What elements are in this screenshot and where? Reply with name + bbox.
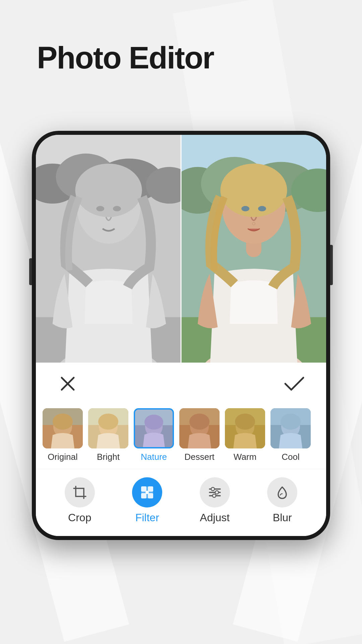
svg-point-50	[235, 414, 255, 430]
svg-point-65	[213, 494, 216, 497]
svg-rect-58	[148, 493, 153, 498]
phone-power-button	[330, 245, 333, 285]
filter-thumb-cool	[270, 408, 311, 448]
svg-point-63	[211, 487, 215, 491]
filter-thumb-warm-svg	[225, 408, 265, 448]
svg-point-42	[144, 415, 163, 430]
page-title: Photo Editor	[37, 40, 214, 75]
filter-item-dessert[interactable]: Dessert	[179, 408, 220, 462]
svg-point-64	[215, 491, 219, 494]
filter-thumb-dessert	[179, 408, 220, 448]
svg-point-11	[96, 206, 104, 211]
nav-item-blur[interactable]: Blur	[255, 477, 309, 524]
photo-preview-area	[36, 135, 326, 363]
color-photo-svg	[181, 135, 326, 363]
filter-label-dessert: Dessert	[184, 452, 215, 462]
cancel-button[interactable]	[56, 372, 79, 395]
filter-item-warm[interactable]: Warm	[225, 408, 265, 462]
filter-strip[interactable]: Original Bright	[36, 405, 326, 469]
crop-icon-container	[65, 477, 95, 507]
blur-icon-container	[267, 477, 297, 507]
svg-point-27	[258, 206, 266, 211]
svg-point-10	[75, 164, 142, 217]
nav-label-crop: Crop	[68, 512, 91, 524]
photo-after	[181, 135, 326, 363]
svg-point-34	[53, 414, 73, 430]
filter-thumb-original	[43, 408, 83, 448]
nav-item-filter[interactable]: Filter	[120, 477, 174, 524]
crop-icon	[72, 485, 87, 500]
filter-thumb-bright	[88, 408, 128, 448]
toolbar-area: Original Bright	[36, 363, 326, 536]
filter-thumb-cool-svg	[270, 408, 311, 448]
phone-frame: Original Bright	[32, 131, 330, 540]
svg-rect-57	[141, 493, 146, 498]
svg-point-26	[241, 206, 249, 211]
bottom-nav: Crop	[36, 469, 326, 536]
filter-icon-container	[132, 477, 162, 507]
confirm-icon	[283, 374, 306, 393]
filter-label-bright: Bright	[97, 452, 120, 462]
svg-point-54	[281, 414, 301, 430]
action-bar	[36, 363, 326, 405]
confirm-button[interactable]	[283, 372, 306, 395]
phone-screen: Original Bright	[36, 135, 326, 536]
filter-label-original: Original	[48, 452, 78, 462]
svg-point-38	[98, 414, 118, 430]
filter-icon	[140, 485, 155, 500]
filter-label-cool: Cool	[282, 452, 299, 462]
nav-label-blur: Blur	[273, 512, 292, 524]
photo-before	[36, 135, 181, 363]
svg-rect-55	[141, 486, 146, 492]
filter-item-cool[interactable]: Cool	[270, 408, 311, 462]
nav-label-filter: Filter	[135, 512, 159, 524]
filter-item-original[interactable]: Original	[43, 408, 83, 462]
svg-point-25	[220, 164, 287, 217]
svg-point-46	[189, 414, 209, 430]
filter-item-bright[interactable]: Bright	[88, 408, 128, 462]
bw-photo-svg	[36, 135, 181, 363]
adjust-icon-container	[200, 477, 230, 507]
nav-item-crop[interactable]: Crop	[53, 477, 107, 524]
filter-thumb-nature	[134, 408, 174, 448]
filter-thumb-bright-svg	[88, 408, 128, 448]
filter-label-nature: Nature	[141, 452, 167, 462]
nav-label-adjust: Adjust	[200, 512, 230, 524]
photo-split-divider	[181, 135, 182, 363]
filter-thumb-warm	[225, 408, 265, 448]
nav-item-adjust[interactable]: Adjust	[188, 477, 242, 524]
filter-thumb-nature-svg	[135, 410, 173, 447]
filter-thumb-dessert-svg	[179, 408, 220, 448]
phone-volume-button	[29, 258, 32, 285]
cancel-icon	[58, 374, 77, 393]
filter-thumb-original-svg	[43, 408, 83, 448]
svg-point-12	[113, 206, 121, 211]
blur-icon	[275, 485, 290, 500]
filter-item-nature[interactable]: Nature	[134, 408, 174, 462]
adjust-icon	[207, 485, 222, 500]
filter-label-warm: Warm	[234, 452, 256, 462]
svg-rect-56	[148, 486, 153, 492]
